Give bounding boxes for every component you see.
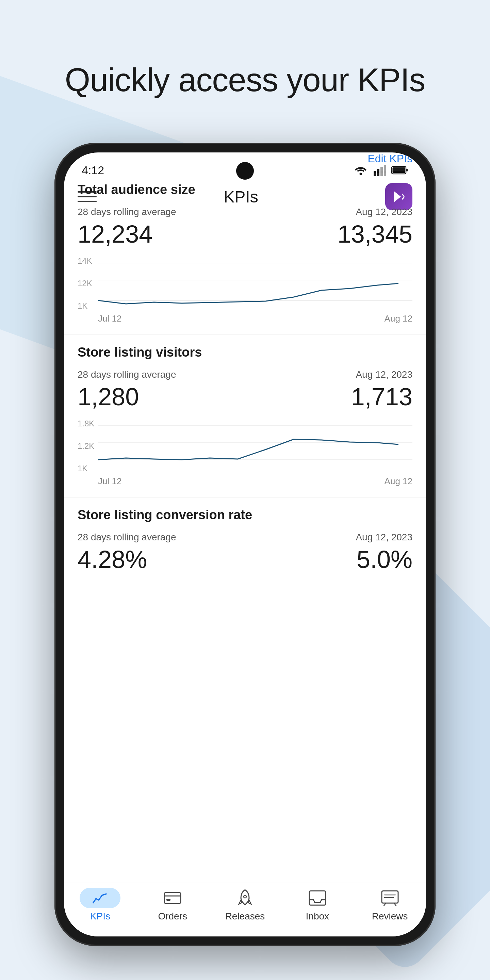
svg-rect-16 <box>164 892 181 904</box>
y-label-bot-v: 1K <box>78 464 94 473</box>
chart-svg-audience <box>98 256 412 311</box>
credit-card-icon <box>164 891 181 905</box>
nav-label-inbox: Inbox <box>306 911 329 922</box>
x-label-start-audience: Jul 12 <box>98 313 121 324</box>
kpi-meta-row-visitors: 28 days rolling average Aug 12, 2023 <box>78 369 412 380</box>
nav-icon-reviews <box>380 888 400 908</box>
scroll-content: Edit KPIs Total audience size 28 days ro… <box>64 153 426 882</box>
phone-frame: 4:12 <box>54 143 436 946</box>
camera-notch <box>236 162 254 180</box>
nav-icon-orders <box>162 888 183 908</box>
phone-wrapper: 4:12 <box>54 143 436 946</box>
chart-visitors: 1.8K 1.2K 1K Ju <box>78 419 412 487</box>
chart-x-labels-visitors: Jul 12 Aug 12 <box>78 475 412 488</box>
y-label-top: 14K <box>78 256 92 266</box>
kpi-values-conversion: 4.28% 5.0% <box>78 546 412 573</box>
kpi-rolling-label-conversion: 28 days rolling average <box>78 532 176 543</box>
nav-item-kpis[interactable]: KPIs <box>64 888 137 922</box>
kpi-value-left-conversion: 4.28% <box>78 546 147 573</box>
kpi-values-audience: 12,234 13,345 <box>78 220 412 248</box>
kpi-value-right-visitors: 1,713 <box>351 383 412 411</box>
nav-label-releases: Releases <box>225 911 265 922</box>
chart-y-labels-audience: 14K 12K 1K <box>78 256 92 311</box>
nav-item-orders[interactable]: Orders <box>137 888 209 922</box>
nav-icon-releases <box>235 888 255 908</box>
kpi-meta-row-audience: 28 days rolling average Aug 12, 2023 <box>78 207 412 218</box>
kpi-value-left-audience: 12,234 <box>78 220 153 248</box>
svg-rect-21 <box>382 891 398 903</box>
kpi-title-conversion: Store listing conversion rate <box>78 508 412 522</box>
kpi-date-audience: Aug 12, 2023 <box>356 207 412 218</box>
svg-rect-18 <box>166 899 170 901</box>
nav-icon-inbox <box>307 888 328 908</box>
svg-point-19 <box>243 895 247 898</box>
kpi-rolling-label-audience: 28 days rolling average <box>78 207 176 218</box>
kpi-date-visitors: Aug 12, 2023 <box>356 369 412 380</box>
kpi-rolling-label-visitors: 28 days rolling average <box>78 369 176 380</box>
kpi-section-audience: Total audience size 28 days rolling aver… <box>64 172 426 334</box>
rocket-icon <box>237 889 253 907</box>
nav-item-inbox[interactable]: Inbox <box>281 888 353 922</box>
nav-icon-kpis-bg <box>80 888 121 908</box>
bottom-nav: KPIs Orders <box>64 882 426 937</box>
kpi-section-visitors: Store listing visitors 28 days rolling a… <box>64 334 426 497</box>
kpi-values-visitors: 1,280 1,713 <box>78 383 412 411</box>
nav-label-kpis: KPIs <box>90 911 110 922</box>
kpi-title-audience: Total audience size <box>78 182 412 197</box>
phone-screen: 4:12 <box>64 153 426 937</box>
y-label-bot: 1K <box>78 301 92 311</box>
nav-item-reviews[interactable]: Reviews <box>353 888 426 922</box>
y-label-top-v: 1.8K <box>78 419 94 428</box>
nav-item-releases[interactable]: Releases <box>209 888 282 922</box>
y-label-mid-v: 1.2K <box>78 441 94 451</box>
page-headline: Quickly access your KPIs <box>0 61 490 99</box>
kpi-value-right-conversion: 5.0% <box>356 546 412 573</box>
chart-audience: 14K 12K 1K <box>78 256 412 324</box>
nav-label-orders: Orders <box>158 911 187 922</box>
x-label-end-audience: Aug 12 <box>385 313 412 324</box>
chart-line-icon <box>92 891 108 905</box>
reviews-icon <box>381 890 399 906</box>
nav-label-reviews: Reviews <box>372 911 408 922</box>
kpi-title-visitors: Store listing visitors <box>78 345 412 360</box>
chart-svg-visitors <box>98 419 412 473</box>
svg-rect-20 <box>309 891 326 905</box>
kpi-section-conversion: Store listing conversion rate 28 days ro… <box>64 497 426 592</box>
chart-x-labels-audience: Jul 12 Aug 12 <box>78 312 412 325</box>
chart-y-labels-visitors: 1.8K 1.2K 1K <box>78 419 94 473</box>
kpi-value-left-visitors: 1,280 <box>78 383 139 411</box>
x-label-end-visitors: Aug 12 <box>385 476 412 487</box>
kpi-date-conversion: Aug 12, 2023 <box>356 532 412 543</box>
kpi-value-right-audience: 13,345 <box>337 220 412 248</box>
x-label-start-visitors: Jul 12 <box>98 476 121 487</box>
y-label-mid: 12K <box>78 279 92 288</box>
kpi-meta-row-conversion: 28 days rolling average Aug 12, 2023 <box>78 532 412 543</box>
inbox-icon <box>309 890 326 906</box>
